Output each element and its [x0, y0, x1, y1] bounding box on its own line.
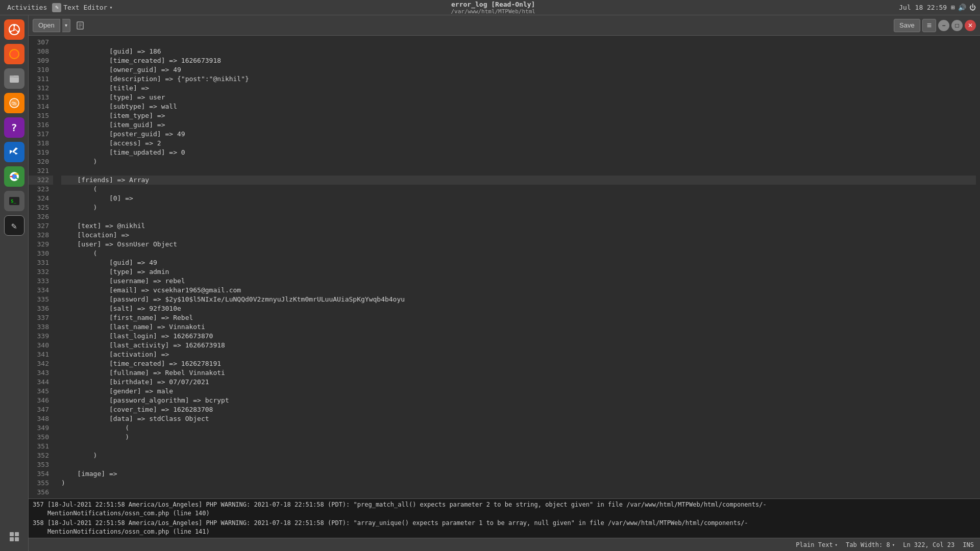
line-number: 343 — [29, 368, 53, 378]
code-line: [activation] => — [61, 350, 976, 359]
svg-point-1 — [13, 24, 15, 27]
code-line — [61, 212, 976, 221]
svg-line-5 — [11, 30, 15, 31]
cursor-pos-label: Ln 322, Col 23 — [903, 541, 954, 548]
code-line: [last_login] => 1626673870 — [61, 332, 976, 341]
line-number: 348 — [29, 414, 53, 423]
firefox-icon[interactable] — [4, 44, 24, 64]
sidebar: 🛍 ? $_ ✎ — [0, 15, 29, 551]
code-line: [password] => $2y$10$l5NIxIe/LuNQQd0V2zm… — [61, 295, 976, 304]
code-line: [friends] => Array — [61, 176, 976, 185]
line-number: 319 — [29, 148, 53, 157]
code-line — [61, 38, 976, 47]
topbar-right: Jul 18 22:59 ⊞ 🔊 ⏻ — [874, 4, 976, 11]
cursor-position: Ln 322, Col 23 — [903, 541, 954, 548]
svg-text:🛍: 🛍 — [12, 101, 17, 106]
save-button[interactable]: Save — [894, 19, 920, 32]
code-line: [access] => 2 — [61, 139, 976, 148]
code-line: [username] => rebel — [61, 277, 976, 286]
code-line: [fullname] => Rebel Vinnakoti — [61, 368, 976, 378]
line-number: 353 — [29, 460, 53, 469]
ubuntu-icon[interactable] — [4, 19, 24, 40]
top-bar: Activities ✎ Text Editor ▾ error_log [Re… — [0, 0, 980, 15]
window-controls: − □ ✕ — [938, 20, 976, 31]
datetime-label: Jul 18 22:59 — [899, 4, 947, 11]
text-editor-icon[interactable]: ✎ — [4, 215, 24, 236]
line-number: 316 — [29, 120, 53, 130]
line-number: 320 — [29, 157, 53, 166]
menu-button[interactable]: ≡ — [922, 19, 936, 32]
line-number: 355 — [29, 479, 53, 488]
file-title: error_log [Read-Only] — [451, 1, 535, 8]
vscode-icon[interactable] — [4, 142, 24, 162]
svg-rect-20 — [15, 537, 19, 541]
svg-point-14 — [13, 175, 16, 178]
line-number: 354 — [29, 469, 53, 479]
code-line: [birthdate] => 07/07/2021 — [61, 378, 976, 387]
line-number: 321 — [29, 166, 53, 176]
line-number: 309 — [29, 56, 53, 65]
tab-width-label: Tab Width: 8 — [846, 541, 890, 548]
chrome-icon[interactable] — [4, 166, 24, 187]
code-line: [item_guid] => — [61, 120, 976, 130]
line-number: 310 — [29, 65, 53, 74]
minimize-button[interactable]: − — [938, 20, 949, 31]
code-line: [time_created] => 1626278191 — [61, 359, 976, 368]
warning-line: 358 [18-Jul-2021 22:51:58 America/Los_An… — [29, 518, 980, 537]
code-line — [61, 460, 976, 469]
open-button[interactable]: Open — [33, 19, 60, 32]
line-number: 349 — [29, 423, 53, 433]
editor-panel: Open ▾ Save ≡ − □ ✕ 30730830931031131231… — [29, 15, 980, 551]
line-number: 318 — [29, 139, 53, 148]
line-number: 311 — [29, 74, 53, 84]
svg-rect-18 — [15, 532, 19, 536]
line-number: 346 — [29, 396, 53, 405]
open-dropdown-button[interactable]: ▾ — [62, 19, 70, 32]
code-line: ) — [61, 157, 976, 166]
code-area[interactable]: 3073083093103113123133143153163173183193… — [29, 36, 980, 498]
ins-label: INS — [963, 541, 974, 548]
line-number: 356 — [29, 488, 53, 497]
text-type-selector[interactable]: Plain Text ▾ — [796, 541, 838, 548]
line-number: 313 — [29, 93, 53, 102]
line-number: 336 — [29, 304, 53, 313]
code-line: ) — [61, 451, 976, 460]
line-number: 333 — [29, 277, 53, 286]
code-line: [last_activity] => 1626673918 — [61, 341, 976, 350]
line-number: 334 — [29, 286, 53, 295]
terminal-icon[interactable]: $_ — [4, 191, 24, 211]
code-line: [gender] => male — [61, 387, 976, 396]
code-line: [item_type] => — [61, 111, 976, 120]
svg-point-3 — [17, 31, 19, 33]
code-line: [email] => vcsekhar1965@gmail.com — [61, 286, 976, 295]
line-number: 324 — [29, 194, 53, 203]
files-icon[interactable] — [4, 68, 24, 89]
line-number: 315 — [29, 111, 53, 120]
recent-files-button[interactable] — [72, 19, 88, 32]
code-line: [data] => stdClass Object — [61, 414, 976, 423]
code-text[interactable]: [guid] => 186 [time_created] => 16266739… — [57, 36, 980, 498]
software-icon[interactable]: 🛍 — [4, 93, 24, 113]
code-line: ( — [61, 249, 976, 258]
apps-icon[interactable] — [4, 527, 24, 547]
line-number: 330 — [29, 249, 53, 258]
svg-rect-9 — [10, 76, 14, 78]
main-area: 🛍 ? $_ ✎ Open ▾ Save ≡ — [0, 15, 980, 551]
line-number: 317 — [29, 130, 53, 139]
close-button[interactable]: ✕ — [965, 20, 976, 31]
code-line: [guid] => 186 — [61, 47, 976, 56]
code-line: ( — [61, 185, 976, 194]
svg-text:$_: $_ — [11, 198, 16, 204]
maximize-button[interactable]: □ — [951, 20, 963, 31]
line-number: 308 — [29, 47, 53, 56]
editor-content[interactable]: 3073083093103113123133143153163173183193… — [29, 36, 980, 538]
ins-status: INS — [963, 541, 974, 548]
code-line: [guid] => 49 — [61, 258, 976, 267]
line-number: 307 — [29, 38, 53, 47]
help-icon[interactable]: ? — [4, 117, 24, 138]
activities-button[interactable]: Activities — [4, 3, 50, 12]
code-line: [time_created] => 1626673918 — [61, 56, 976, 65]
warning-area: 357 [18-Jul-2021 22:51:58 America/Los_An… — [29, 498, 980, 538]
tab-width-selector[interactable]: Tab Width: 8 ▾ — [846, 541, 895, 548]
volume-icon: 🔊 — [958, 4, 966, 11]
